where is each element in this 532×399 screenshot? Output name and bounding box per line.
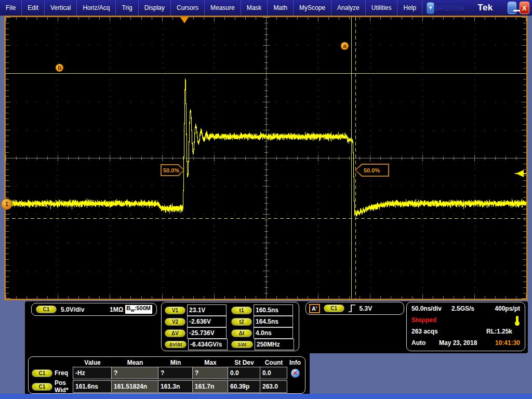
menu-measure[interactable]: Measure: [205, 1, 241, 15]
channel-1-reference-marker[interactable]: 1: [1, 198, 12, 210]
timebase-readout: 50.0ns/div: [411, 305, 442, 312]
channel-1-button[interactable]: C1: [36, 305, 57, 313]
info-error-icon[interactable]: [291, 369, 300, 378]
menu-analyze[interactable]: Analyze: [331, 1, 366, 15]
menu-cursors[interactable]: Cursors: [171, 1, 205, 15]
menu-utilities[interactable]: Utilities: [366, 1, 398, 15]
acquisition-panel: 50.0ns/div 2.5GS/s 400ps/pt Stopped 263 …: [406, 302, 525, 351]
freq-mean: ?: [111, 367, 158, 379]
cursor-1dt-button[interactable]: 1/Δt: [231, 341, 253, 348]
display-graticule: b a 50.0% 50.0% 1: [4, 16, 528, 300]
trigger-level-readout: 5.3V: [360, 305, 373, 312]
freq-value: -Hz: [73, 367, 112, 379]
tek-logo: Tek: [477, 3, 493, 13]
trigger-source-button[interactable]: C1: [324, 304, 344, 312]
close-button[interactable]: X: [520, 2, 529, 14]
acquisition-count: 263 acqs: [411, 328, 438, 335]
channel-1-arrow-icon: [12, 201, 16, 206]
chevron-down-icon: ▼: [428, 5, 433, 10]
rising-edge-icon: [348, 304, 356, 313]
cursor-dvdt-button[interactable]: ΔV/Δt: [165, 341, 187, 348]
menu-overflow-button[interactable]: ▼: [427, 2, 434, 14]
termination-readout: 1MΩ: [110, 306, 123, 313]
cursor-dv-button[interactable]: ΔV: [165, 329, 185, 337]
cursor-a-handle[interactable]: a: [341, 42, 349, 50]
measurement-freq-button[interactable]: C1 Freq: [30, 369, 73, 377]
oscilloscope-app: File Edit Vertical Horiz/Acq Trig Displa…: [0, 0, 532, 399]
menu-edit[interactable]: Edit: [22, 1, 45, 15]
cursor-v2-button[interactable]: V2: [165, 318, 185, 326]
freq-count: 0.0: [260, 367, 287, 379]
acquisition-status: Stopped: [411, 316, 436, 324]
poswid-max: 161.7n: [192, 380, 228, 393]
freq-min: ?: [158, 367, 193, 379]
cursor-1dt-value: 250MHz: [255, 339, 294, 350]
resolution-readout: 400ps/pt: [495, 305, 520, 312]
cursor-dt-value: 4.0ns: [254, 327, 293, 339]
menu-file[interactable]: File: [0, 1, 22, 15]
cursor-dt-button[interactable]: Δt: [231, 329, 252, 337]
cursor-v1-button[interactable]: V1: [165, 307, 185, 314]
poswid-mean: 161.51824n: [111, 380, 158, 393]
trigger-mode-readout: Auto: [411, 339, 425, 347]
model-label: DPO7254: [434, 4, 464, 12]
cursor-t1-button[interactable]: t1: [231, 307, 252, 314]
freq-stdev: 0.0: [228, 367, 260, 379]
vertical-scale-readout: 5.0V/div: [61, 306, 84, 313]
readout-area: C1 5.0V/div 1MΩ BW:500M V123.1V V2-2.636…: [0, 300, 532, 399]
cursor-horizontal-2[interactable]: [6, 218, 526, 219]
time-readout: 10:41:30: [495, 339, 520, 347]
sample-rate-readout: 2.5GS/s: [451, 305, 474, 312]
cursor-t2-value: 164.5ns: [254, 316, 293, 327]
menu-mask[interactable]: Mask: [241, 1, 268, 15]
cursor-horizontal-1[interactable]: [6, 73, 526, 74]
thermometer-icon: [516, 316, 518, 323]
close-icon: X: [522, 4, 527, 12]
cursor-t1-value: 160.5ns: [254, 304, 293, 316]
trigger-panel: A' C1 5.3V: [305, 302, 404, 315]
cursor-v1-value: 23.1V: [187, 304, 227, 316]
cursor-readout-panel: V123.1V V2-2.636V ΔV-25.736V ΔV/Δt-6.434…: [161, 302, 299, 351]
trigger-a-badge[interactable]: A': [309, 304, 320, 313]
minimize-button[interactable]: [508, 2, 516, 14]
poswid-value: 161.6ns: [73, 380, 112, 393]
menu-vertical[interactable]: Vertical: [45, 1, 77, 15]
menu-horiz-acq[interactable]: Horiz/Acq: [77, 1, 116, 15]
channel-settings-panel: C1 5.0V/div 1MΩ BW:500M: [31, 303, 157, 316]
trigger-position-marker[interactable]: [180, 17, 189, 23]
table-row-pos-width: C1 Pos Wid* 161.6ns 161.51824n 161.3n 16…: [30, 379, 304, 392]
menu-help[interactable]: Help: [397, 1, 422, 15]
freq-max: ?: [192, 367, 228, 379]
date-readout: May 23, 2018: [439, 339, 477, 347]
menu-trig[interactable]: Trig: [116, 1, 138, 15]
cursor-vertical-1[interactable]: [351, 17, 352, 299]
cursor-dv-value: -25.736V: [187, 327, 227, 339]
poswid-count: 263.0: [260, 380, 287, 393]
menu-myscope[interactable]: MyScope: [294, 1, 331, 15]
menu-display[interactable]: Display: [139, 1, 171, 15]
waveform-canvas: [6, 17, 526, 299]
cursor-dvdt-value: -6.434GV/s: [188, 339, 228, 350]
cursor-b-handle[interactable]: b: [56, 64, 63, 72]
cursor-t2-button[interactable]: t2: [231, 318, 252, 326]
bandwidth-limit-button[interactable]: BW:500M: [125, 305, 152, 313]
menu-bar: File Edit Vertical Horiz/Acq Trig Displa…: [0, 0, 532, 16]
cursor-v2-value: -2.636V: [187, 316, 227, 327]
record-length-readout: RL:1.25k: [486, 328, 512, 335]
measurement-table: Value Mean Min Max St Dev Count Info C1 …: [28, 356, 305, 394]
trigger-level-arrow[interactable]: [516, 170, 524, 177]
poswid-min: 161.3n: [158, 380, 193, 393]
ref-level-tag-falling: 50.0%: [355, 164, 389, 177]
menu-math[interactable]: Math: [268, 1, 294, 15]
measurement-header-row: Value Mean Min Max St Dev Count Info: [30, 358, 304, 367]
poswid-stdev: 60.39p: [228, 380, 260, 393]
measurement-poswid-button[interactable]: C1 Pos Wid*: [30, 379, 73, 394]
cursor-vertical-2[interactable]: [355, 17, 356, 299]
taskbar-strip: [0, 394, 532, 399]
table-row-freq: C1 Freq -Hz ? ? ? 0.0 0.0: [30, 367, 304, 379]
